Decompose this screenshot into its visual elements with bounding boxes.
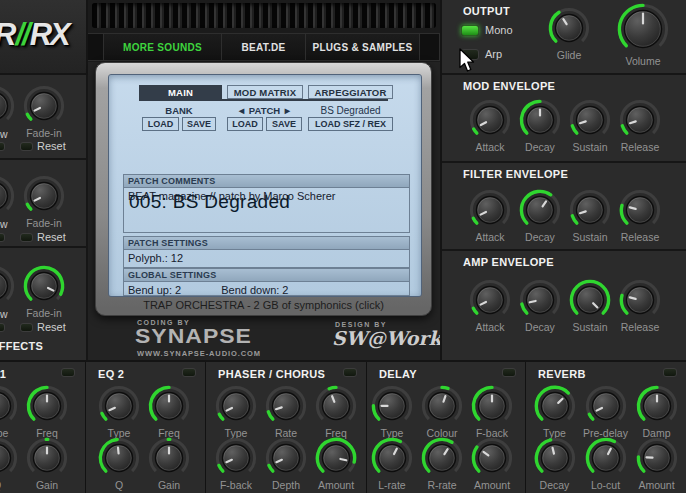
delay-lrate-knob[interactable]: L-rate — [367, 436, 417, 491]
tab-more-sounds[interactable]: MORE SOUNDS — [104, 33, 222, 61]
filter-attack-knob[interactable]: Attack — [465, 188, 515, 243]
logo-panel: R//RX — [0, 0, 88, 75]
filter-envelope-section: FILTER ENVELOPE Attack Decay Sustain Rel… — [442, 163, 686, 251]
tab-beat-de[interactable]: BEAT.DE — [222, 33, 306, 61]
mod-sustain-knob[interactable]: Sustain — [565, 98, 615, 153]
patch-group-label[interactable]: ◄ PATCH ► — [226, 105, 303, 116]
amp-envelope-section: AMP ENVELOPE Attack Decay Sustain Releas… — [442, 251, 686, 360]
eq2-freq-knob[interactable]: Freq — [144, 384, 194, 439]
amp-envelope-title: AMP ENVELOPE — [463, 256, 554, 268]
reset-checkbox[interactable] — [20, 233, 33, 242]
bank-load-button[interactable]: LOAD — [142, 117, 179, 131]
delay-enable-checkbox[interactable] — [502, 368, 516, 377]
reverb-amount-knob[interactable]: Amount — [631, 436, 682, 491]
phaser-freq-knob[interactable]: Freq — [311, 384, 361, 439]
glide-knob[interactable]: Glide — [545, 6, 593, 61]
phaser-type-knob[interactable]: Type — [211, 384, 261, 439]
phaser-amount-knob[interactable]: Amount — [311, 436, 361, 491]
top-strip: MORE SOUNDS BEAT.DE PLUGS & SAMPLES — [88, 0, 440, 62]
lcd-tab-arpeggiator[interactable]: ARPEGGIATOR — [308, 85, 393, 99]
eq2-q-knob[interactable]: Q — [94, 436, 144, 491]
lcd-tab-underline — [139, 99, 388, 101]
eq2-enable-checkbox[interactable] — [182, 368, 196, 377]
amp-attack-knob[interactable]: Attack — [465, 278, 515, 333]
delay-type-knob[interactable]: Type — [367, 384, 417, 439]
reverb-predelay-knob[interactable]: Pre-delay — [580, 384, 631, 439]
synth-plugin-window: R//RX MORE SOUNDS BEAT.DE PLUGS & SAMPLE… — [0, 0, 686, 493]
cutoff-knob[interactable] — [0, 84, 16, 128]
logo-right: RX — [30, 17, 69, 52]
reverb-decay-knob[interactable]: Decay — [529, 436, 580, 491]
patch-save-button[interactable]: SAVE — [266, 117, 302, 131]
lcd-tabbar: MAIN MOD MATRIX ARPEGGIATOR — [139, 85, 393, 99]
mod-release-knob[interactable]: Release — [615, 98, 665, 153]
delay-colour-knob[interactable]: Colour — [417, 384, 467, 439]
amp-decay-knob[interactable]: Decay — [515, 278, 565, 333]
volume-knob[interactable]: Volume — [614, 2, 672, 67]
reset-checkbox[interactable] — [20, 142, 33, 151]
fade-in-knob[interactable]: Fade-in — [22, 264, 66, 319]
lcd-tab-main[interactable]: MAIN — [139, 85, 222, 99]
filter-release-knob[interactable]: Release — [615, 188, 665, 243]
bend-up-value[interactable]: Bend up: 2 — [128, 284, 181, 296]
phaser-chorus-title: PHASER / CHORUS — [218, 368, 325, 380]
amp-sustain-knob[interactable]: Sustain — [565, 278, 615, 333]
mono-checkbox[interactable] — [461, 25, 479, 36]
delay-fback-knob[interactable]: F-back — [467, 384, 517, 439]
output-title: OUTPUT — [463, 5, 510, 17]
cut-checkbox[interactable] — [0, 233, 5, 242]
cut-checkbox[interactable] — [0, 142, 5, 151]
phaser-fback-knob[interactable]: F-back — [211, 436, 261, 491]
mod-decay-knob[interactable]: Decay — [515, 98, 565, 153]
vent-grille — [92, 3, 436, 28]
cutoff-knob[interactable] — [0, 174, 16, 218]
eq1-gain-knob[interactable]: Gain — [22, 436, 72, 491]
reset-row: Reset — [20, 140, 66, 152]
cut-checkbox[interactable] — [0, 323, 5, 332]
lcd-tab-mod-matrix[interactable]: MOD MATRIX — [227, 85, 303, 99]
mod-attack-knob[interactable]: Attack — [465, 98, 515, 153]
patch-load-button[interactable]: LOAD — [227, 117, 263, 131]
tab-plugs-samples[interactable]: PLUGS & SAMPLES — [306, 33, 420, 61]
reverb-title: REVERB — [538, 368, 586, 380]
mono-label: Mono — [485, 24, 513, 36]
header-tabbar: MORE SOUNDS BEAT.DE PLUGS & SAMPLES — [88, 33, 440, 61]
reverb-enable-checkbox[interactable] — [663, 368, 677, 377]
tabbar-filler — [420, 33, 440, 61]
phaser-rate-knob[interactable]: Rate — [261, 384, 311, 439]
cutoff-knob[interactable] — [0, 264, 16, 308]
eq2-type-knob[interactable]: Type — [94, 384, 144, 439]
delay-amount-knob[interactable]: Amount — [467, 436, 517, 491]
arp-checkbox[interactable] — [461, 49, 479, 60]
patch-comments-text: BEAT magazine // patch by Marco Scherer — [124, 188, 409, 204]
phaser-enable-checkbox[interactable] — [343, 368, 357, 377]
eq1-enable-checkbox[interactable] — [61, 368, 75, 377]
banner-link[interactable]: TRAP ORCHESTRA - 2 GB of symphonics (cli… — [96, 299, 431, 311]
amp-release-knob[interactable]: Release — [615, 278, 665, 333]
brand-logo: R//RX — [0, 17, 69, 53]
load-sfz-rex-button[interactable]: LOAD SFZ / REX — [308, 117, 393, 131]
filter-decay-knob[interactable]: Decay — [515, 188, 565, 243]
eq2-gain-knob[interactable]: Gain — [144, 436, 194, 491]
bank-save-button[interactable]: SAVE — [182, 117, 216, 131]
synapse-logo[interactable]: SYNAPSE — [135, 325, 252, 349]
phaser-depth-knob[interactable]: Depth — [261, 436, 311, 491]
bank-group-label: BANK — [142, 105, 216, 116]
reverb-locut-knob[interactable]: Lo-cut — [580, 436, 631, 491]
filter-sustain-knob[interactable]: Sustain — [565, 188, 615, 243]
logo-left: R — [0, 17, 14, 52]
delay-rrate-knob[interactable]: R-rate — [417, 436, 467, 491]
bend-down-value[interactable]: Bend down: 2 — [221, 284, 288, 296]
reverb-damp-knob[interactable]: Damp — [631, 384, 682, 439]
mod-envelope-section: MOD ENVELOPE Attack Decay Sustain Releas… — [442, 75, 686, 163]
eq1-type-knob[interactable]: Type — [0, 384, 22, 439]
patch-comments-header: PATCH COMMENTS — [124, 175, 409, 188]
synapse-url[interactable]: WWW.SYNAPSE-AUDIO.COM — [137, 349, 261, 358]
fade-in-knob[interactable]: Fade-in — [22, 174, 66, 229]
reset-checkbox[interactable] — [20, 323, 33, 332]
fade-in-knob[interactable]: Fade-in — [22, 84, 66, 139]
eq1-freq-knob[interactable]: Freq — [22, 384, 72, 439]
reverb-type-knob[interactable]: Type — [529, 384, 580, 439]
polyphony-value[interactable]: Polyph.: 12 — [124, 250, 409, 266]
eq1-q-knob[interactable]: Q — [0, 436, 22, 491]
